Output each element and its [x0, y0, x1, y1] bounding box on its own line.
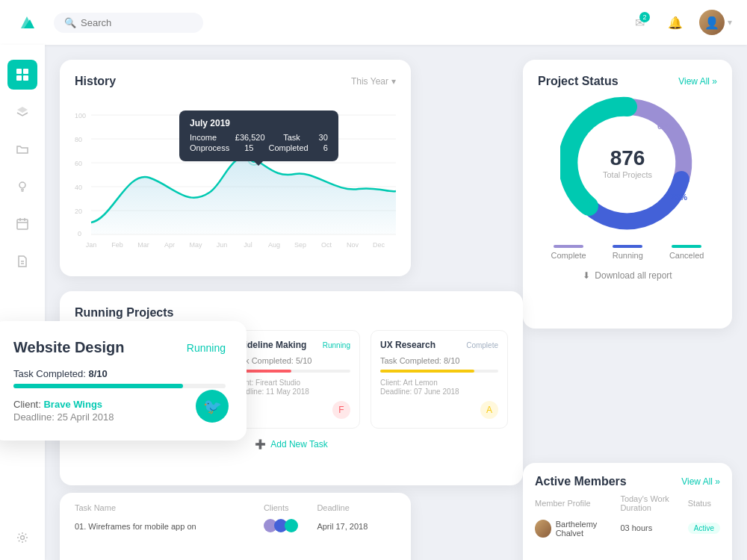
bell-icon-button[interactable]: 🔔: [663, 10, 687, 34]
nav-right: ✉ 2 🔔 👤 ▾: [627, 10, 732, 35]
donut-chart-wrap: 65% 23% 12% 876 Total Projects: [538, 96, 717, 230]
legend-bar-complete: [554, 245, 583, 248]
total-projects-label: Total Projects: [603, 170, 652, 179]
tooltip-income-label: Income: [190, 133, 217, 142]
svg-text:Sep: Sep: [294, 241, 306, 249]
project-tasks-2: Task Completed: 8/10: [380, 356, 498, 365]
search-icon: 🔍: [64, 17, 76, 28]
svg-text:12%: 12%: [575, 196, 592, 205]
svg-text:Apr: Apr: [164, 241, 175, 249]
svg-text:Aug: Aug: [268, 241, 280, 249]
app-logo[interactable]: [15, 10, 39, 34]
legend-label-canceled: Canceled: [669, 251, 704, 260]
add-task-button[interactable]: ➕ Add New Task: [75, 439, 508, 449]
members-col-profile: Member Profile: [535, 494, 620, 515]
history-filter[interactable]: This Year ▾: [351, 76, 396, 87]
svg-text:23%: 23%: [671, 193, 687, 202]
project-status-title: Project Status: [538, 75, 619, 88]
active-members-card: Active Members View All » Member Profile…: [523, 463, 732, 560]
sidebar-item-folder[interactable]: [7, 134, 37, 164]
project-status-view-all[interactable]: View All »: [678, 76, 717, 87]
download-label: Download all report: [595, 270, 672, 281]
svg-point-15: [21, 536, 25, 540]
progress-fill-2: [380, 370, 474, 373]
user-avatar-button[interactable]: 👤 ▾: [699, 10, 732, 35]
task-col-clients: Clients: [264, 503, 317, 517]
big-client-name[interactable]: Brave Wings: [43, 399, 102, 410]
download-report-button[interactable]: ⬇ Download all report: [538, 270, 717, 281]
history-title: History: [75, 75, 116, 88]
legend-complete: Complete: [551, 245, 586, 260]
member-row: Barthelemy Chalvet 03 hours Active: [535, 515, 720, 540]
svg-rect-5: [23, 75, 28, 81]
tooltip-income-value: £36,520: [235, 133, 265, 142]
legend-bar-canceled: [672, 245, 701, 248]
search-input[interactable]: [81, 17, 185, 28]
big-project-title: Website Design: [13, 339, 125, 356]
svg-text:Feb: Feb: [111, 241, 123, 249]
chevron-icon: ▾: [391, 76, 396, 87]
search-bar[interactable]: 🔍: [54, 13, 203, 33]
project-name-2: UX Research: [380, 340, 436, 350]
members-table: Member Profile Today's Work Duration Sta…: [535, 494, 720, 540]
legend-bar-running: [613, 245, 642, 248]
task-col-name: Task Name: [75, 503, 264, 517]
download-icon: ⬇: [583, 270, 590, 281]
big-avatar: 🐦: [196, 390, 229, 423]
project-status-2: Complete: [466, 341, 498, 349]
svg-text:Nov: Nov: [347, 241, 359, 249]
svg-text:Jun: Jun: [217, 241, 228, 249]
donut-center: 876 Total Projects: [603, 146, 652, 179]
project-tasks-1: Task Completed: 5/10: [232, 356, 350, 365]
svg-text:60: 60: [75, 160, 82, 167]
member-status-badge: Active: [688, 523, 720, 534]
project-meta-2: Client: Art Lemon Deadline: 07 June 2018: [380, 379, 498, 396]
history-card-header: History This Year ▾: [75, 75, 396, 88]
project-status-1: Running: [323, 341, 350, 349]
project-avatar-1: F: [332, 401, 350, 419]
svg-text:Dec: Dec: [373, 241, 385, 249]
svg-text:Oct: Oct: [321, 241, 332, 249]
svg-point-6: [19, 182, 25, 188]
sidebar-item-document[interactable]: [7, 246, 37, 276]
big-progress-fill: [13, 384, 183, 388]
mail-badge: 2: [639, 12, 650, 22]
tooltip-task-value: 30: [319, 133, 328, 142]
big-project-card: Website Design Running Task Completed: 8…: [0, 321, 247, 441]
tooltip-onprocess-value: 15: [244, 143, 253, 152]
big-progress-bar: [13, 384, 226, 388]
sidebar-item-calendar[interactable]: [7, 209, 37, 239]
running-projects-title: Running Projects: [75, 306, 173, 320]
svg-text:20: 20: [75, 208, 82, 215]
big-deadline: Deadline: 25 April 2018: [13, 411, 226, 423]
tooltip-onprocess-label: Onprocess: [190, 143, 229, 152]
sidebar-item-dashboard[interactable]: [7, 60, 37, 90]
member-name: Barthelemy Chalvet: [556, 520, 621, 538]
mail-icon-button[interactable]: ✉ 2: [627, 10, 651, 34]
svg-text:Mar: Mar: [137, 241, 149, 249]
project-avatar-2: A: [480, 401, 498, 419]
main-content: History This Year ▾ July 2019 Income £36…: [45, 45, 747, 560]
big-task-label: Task Completed: 8/10: [13, 368, 226, 379]
task-col-deadline: Deadline: [317, 503, 396, 517]
sidebar-item-idea[interactable]: [7, 172, 37, 202]
running-projects-header: Running Projects: [75, 306, 508, 320]
project-status-card: Project Status View All » 65% 23%: [523, 60, 732, 329]
legend-running: Running: [613, 245, 643, 260]
legend-row: Complete Running Canceled: [538, 245, 717, 260]
table-row: 01. Wireframes for mobile app on April 1…: [75, 517, 396, 536]
sidebar-item-settings[interactable]: [7, 523, 37, 553]
svg-rect-3: [23, 69, 28, 74]
members-col-status: Status: [688, 494, 720, 515]
big-project-status: Running: [187, 342, 226, 354]
svg-text:May: May: [189, 241, 202, 249]
topnav: 🔍 ✉ 2 🔔 👤 ▾: [0, 0, 747, 45]
members-view-all[interactable]: View All »: [681, 476, 720, 487]
members-header: Active Members View All »: [535, 475, 720, 488]
member-duration: 03 hours: [620, 515, 687, 540]
members-col-duration: Today's Work Duration: [620, 494, 687, 515]
big-client-label: Client: Brave Wings: [13, 399, 226, 410]
sidebar-item-layers[interactable]: [7, 97, 37, 127]
svg-text:40: 40: [75, 184, 82, 191]
project-status-header: Project Status View All »: [538, 75, 717, 88]
